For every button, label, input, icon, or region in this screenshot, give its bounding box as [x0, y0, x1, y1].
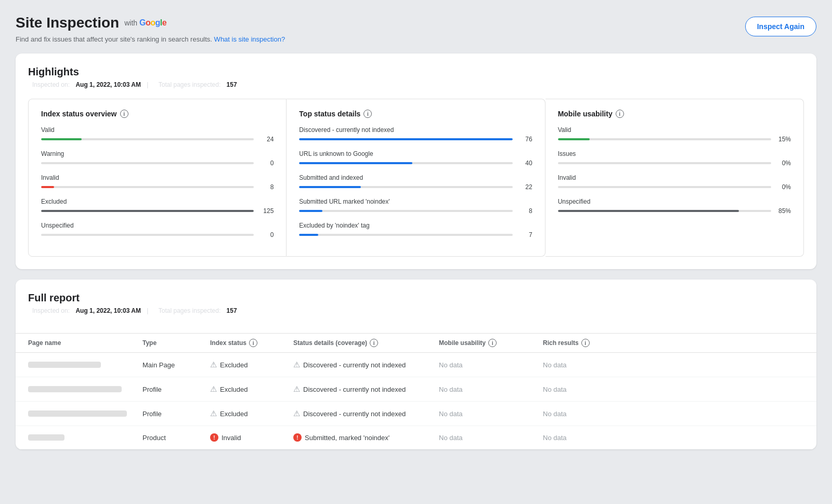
bar-track: [558, 138, 771, 140]
metric-row: Issues 0%: [558, 150, 791, 167]
td-rich: No data: [543, 434, 621, 442]
full-report-header: Full report Inspected on: Aug 1, 2022, 1…: [16, 280, 816, 333]
metric-label: Invalid: [558, 174, 791, 181]
bar-row: 125: [41, 207, 274, 215]
bar-value: 8: [517, 207, 532, 215]
metric-row: Unspecified 0: [41, 222, 274, 238]
status-badge-detail: ! Submitted, marked 'noindex': [293, 433, 439, 442]
bar-row: 0: [41, 160, 274, 167]
bar-track: [41, 186, 254, 188]
metric-label: Invalid: [41, 174, 274, 181]
full-report-subtitle: Inspected on: Aug 1, 2022, 10:03 AM | To…: [28, 307, 804, 314]
page-name-blur: [28, 434, 64, 441]
metric-row: Valid 15%: [558, 126, 791, 143]
td-page-name: [28, 362, 142, 368]
mobile-col-info-icon[interactable]: i: [488, 339, 497, 347]
td-status-details: ⚠ Discovered - currently not indexed: [293, 384, 439, 394]
td-page-name: [28, 434, 142, 441]
index-status-info-icon[interactable]: i: [120, 110, 128, 118]
excluded-detail-icon: ⚠: [293, 409, 300, 418]
bar-track: [299, 186, 512, 188]
bar-track: [299, 138, 512, 140]
bar-value: 7: [517, 231, 532, 238]
metric-label: Warning: [41, 150, 274, 157]
index-status-title: Index status overview i: [41, 110, 274, 118]
table-row[interactable]: Main Page ⚠ Excluded ⚠ Discovered - curr…: [16, 353, 816, 377]
metric-label: Excluded: [41, 198, 274, 205]
bar-row: 76: [299, 136, 532, 143]
google-logo: Google: [139, 18, 166, 28]
bar-fill: [558, 138, 590, 140]
metric-label: Discovered - currently not indexed: [299, 126, 532, 134]
bar-row: 0%: [558, 183, 791, 191]
td-mobile: No data: [439, 410, 543, 418]
excluded-icon: ⚠: [210, 384, 217, 394]
bar-value: 22: [517, 183, 532, 191]
metric-row: Invalid 0%: [558, 174, 791, 191]
td-status-details: ! Submitted, marked 'noindex': [293, 433, 439, 442]
full-report-card: Full report Inspected on: Aug 1, 2022, 1…: [16, 280, 816, 449]
excluded-icon: ⚠: [210, 409, 217, 418]
bar-track: [558, 162, 771, 164]
status-badge-index: ⚠ Excluded: [210, 360, 293, 369]
highlights-card: Highlights Inspected on: Aug 1, 2022, 10…: [16, 54, 816, 269]
mobile-usability-info-icon[interactable]: i: [616, 110, 624, 118]
header-left: Site Inspection with Google Find and fix…: [16, 15, 285, 43]
subtitle-link[interactable]: What is site inspection?: [214, 35, 285, 43]
td-type: Profile: [142, 386, 210, 393]
metric-label: Issues: [558, 150, 791, 157]
bar-value: 76: [517, 136, 532, 143]
invalid-icon: !: [210, 433, 218, 442]
th-rich-results: Rich results i: [543, 339, 621, 347]
td-page-name: [28, 410, 142, 417]
title-row: Site Inspection with Google: [16, 15, 285, 31]
inspect-again-button[interactable]: Inspect Again: [745, 17, 816, 36]
td-type: Profile: [142, 410, 210, 418]
table-row[interactable]: Profile ⚠ Excluded ⚠ Discovered - curren…: [16, 402, 816, 426]
page-header: Site Inspection with Google Find and fix…: [16, 10, 816, 43]
metric-row: Submitted URL marked 'noindex' 8: [299, 198, 532, 215]
metric-label: Unspecified: [41, 222, 274, 229]
th-status-details: Status details (coverage) i: [293, 339, 439, 347]
table-row[interactable]: Profile ⚠ Excluded ⚠ Discovered - curren…: [16, 377, 816, 402]
td-type: Main Page: [142, 361, 210, 369]
bar-track: [41, 162, 254, 164]
bar-row: 0: [41, 231, 274, 238]
td-status-details: ⚠ Discovered - currently not indexed: [293, 360, 439, 369]
bar-value: 15%: [775, 136, 791, 143]
excluded-detail-icon: ⚠: [293, 360, 300, 369]
th-index-status: Index status i: [210, 339, 293, 347]
bar-value: 24: [258, 136, 274, 143]
bar-track: [41, 210, 254, 212]
table-row[interactable]: Product ! Invalid ! Submitted, marked 'n…: [16, 426, 816, 449]
table-rows: Main Page ⚠ Excluded ⚠ Discovered - curr…: [16, 353, 816, 449]
index-status-col-info-icon[interactable]: i: [249, 339, 257, 347]
mobile-usability-section: Mobile usability i Valid 15% Issues 0%: [545, 99, 804, 257]
metric-label: Unspecified: [558, 198, 791, 205]
status-badge-detail: ⚠ Discovered - currently not indexed: [293, 360, 439, 369]
td-index-status: ! Invalid: [210, 433, 293, 442]
td-rich: No data: [543, 410, 621, 418]
page-name-blur: [28, 410, 127, 417]
metric-label: URL is unknown to Google: [299, 150, 532, 157]
status-badge-detail: ⚠ Discovered - currently not indexed: [293, 384, 439, 394]
status-details-col-info-icon[interactable]: i: [370, 339, 378, 347]
bar-fill: [299, 210, 322, 212]
metric-row: Excluded by 'noindex' tag 7: [299, 222, 532, 238]
bar-row: 7: [299, 231, 532, 238]
metric-row: Warning 0: [41, 150, 274, 167]
top-status-metrics: Discovered - currently not indexed 76 UR…: [299, 126, 532, 238]
top-status-info-icon[interactable]: i: [363, 110, 372, 118]
bar-value: 125: [258, 207, 274, 215]
rich-results-col-info-icon[interactable]: i: [581, 339, 590, 347]
bar-value: 0%: [775, 160, 791, 167]
full-report-title: Full report: [28, 292, 804, 304]
td-mobile: No data: [439, 361, 543, 369]
th-page-name: Page name: [28, 339, 142, 347]
mobile-metrics: Valid 15% Issues 0% Invalid: [558, 126, 791, 215]
bar-row: 8: [299, 207, 532, 215]
metric-row: Discovered - currently not indexed 76: [299, 126, 532, 143]
bar-value: 85%: [775, 207, 791, 215]
bar-fill: [299, 162, 412, 164]
bar-track: [299, 234, 512, 236]
